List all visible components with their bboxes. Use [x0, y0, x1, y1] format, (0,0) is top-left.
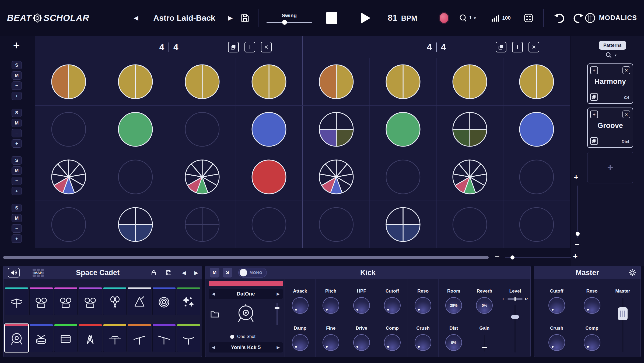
prev-kit-button[interactable]: ◀ — [179, 268, 189, 277]
beat-circle[interactable] — [251, 207, 287, 243]
row-add-subdivision-button[interactable]: + — [12, 139, 22, 148]
cutoff-knob[interactable] — [384, 297, 401, 314]
room-knob[interactable]: 28% — [445, 297, 462, 314]
sample-level-bar[interactable] — [209, 281, 283, 286]
row-mute-button[interactable]: M — [12, 166, 22, 175]
bpm-display[interactable]: 81 BPM — [388, 13, 417, 23]
reso-knob[interactable] — [415, 297, 431, 314]
beat-cell[interactable] — [370, 153, 436, 201]
bank-name[interactable]: DatOne — [237, 291, 255, 297]
beat-cell[interactable] — [370, 201, 436, 248]
measure-add-button[interactable] — [512, 42, 523, 52]
beat-circle[interactable] — [318, 111, 354, 147]
attack-knob[interactable] — [292, 297, 309, 314]
fader-thumb[interactable] — [275, 307, 279, 309]
undo-button[interactable] — [553, 13, 565, 23]
beat-cell[interactable] — [35, 153, 102, 201]
beat-cell[interactable] — [169, 58, 236, 105]
beat-circle[interactable] — [51, 64, 87, 100]
beat-circle[interactable] — [385, 159, 421, 195]
next-bank-button[interactable]: ▶ — [276, 291, 280, 296]
beat-cell[interactable] — [303, 153, 370, 201]
beat-circle[interactable] — [184, 159, 220, 195]
row-remove-subdivision-button[interactable]: − — [12, 224, 22, 233]
balance-thumb[interactable] — [514, 297, 516, 301]
swing-slider-thumb[interactable] — [282, 20, 287, 25]
settings-gear-button[interactable] — [628, 268, 637, 278]
crush-knob[interactable] — [548, 334, 565, 351]
row-add-subdivision-button[interactable]: + — [12, 234, 22, 243]
row-remove-subdivision-button[interactable]: − — [12, 129, 22, 137]
beat-cell[interactable] — [102, 106, 169, 153]
chevron-down-icon[interactable]: ▾ — [615, 53, 617, 57]
beat-circle[interactable] — [385, 111, 421, 147]
beat-circle[interactable] — [51, 111, 87, 147]
swing-slider[interactable] — [267, 22, 312, 23]
prev-bank-button[interactable]: ◀ — [212, 291, 215, 296]
pattern-search-control[interactable]: ▾ — [605, 52, 617, 59]
prev-song-button[interactable]: ◀ — [134, 15, 138, 22]
row-solo-button[interactable]: S — [12, 204, 22, 212]
gain-fader[interactable] — [479, 335, 490, 351]
drive-knob[interactable] — [353, 334, 370, 351]
preview-speaker-button[interactable] — [8, 268, 20, 277]
prev-sample-button[interactable]: ◀ — [212, 345, 215, 350]
beat-cell[interactable] — [35, 106, 102, 153]
one-shot-option[interactable]: One Shot — [230, 333, 283, 340]
beat-circle[interactable] — [51, 207, 87, 243]
time-signature[interactable]: 4 4 — [159, 42, 178, 52]
beat-cell[interactable] — [503, 58, 570, 105]
horizontal-zoom-thumb[interactable] — [510, 255, 514, 259]
measure-delete-button[interactable] — [261, 42, 272, 52]
fader-thumb[interactable] — [511, 315, 519, 319]
randomize-dice-button[interactable] — [524, 13, 533, 23]
drum-pad[interactable] — [128, 287, 151, 315]
beat-circle[interactable] — [452, 111, 488, 147]
drum-pad[interactable] — [103, 287, 127, 315]
search-icon[interactable] — [605, 52, 612, 59]
beat-circle[interactable] — [519, 207, 555, 243]
beat-cell[interactable] — [437, 58, 503, 105]
crush-knob[interactable] — [415, 334, 431, 351]
beat-cell[interactable] — [169, 106, 236, 153]
beat-cell[interactable] — [370, 106, 436, 153]
add-row-button[interactable]: + — [11, 40, 22, 51]
master-volume-control[interactable]: 100 — [491, 14, 511, 22]
beat-cell[interactable] — [169, 153, 236, 201]
reso-knob[interactable] — [584, 297, 600, 314]
pattern-delete-button[interactable]: × — [622, 111, 630, 118]
row-solo-button[interactable]: S — [12, 61, 22, 69]
fader-thumb[interactable] — [482, 347, 487, 348]
patterns-title[interactable]: Patterns — [599, 41, 626, 50]
beat-circle[interactable] — [251, 64, 287, 100]
beat-circle[interactable] — [117, 111, 153, 147]
hpf-knob[interactable] — [353, 297, 370, 314]
beat-cell[interactable] — [303, 201, 370, 248]
pattern-card-groove[interactable]: + × Groove Db4 — [587, 108, 633, 148]
beat-circle[interactable] — [318, 207, 354, 243]
beat-cell[interactable] — [236, 106, 303, 153]
save-button[interactable] — [240, 13, 250, 23]
beat-cell[interactable] — [503, 106, 570, 153]
damp-knob[interactable] — [292, 334, 309, 351]
level-fader[interactable] — [507, 304, 523, 357]
fine-knob[interactable] — [323, 334, 339, 351]
beat-cell[interactable] — [236, 58, 303, 105]
cutoff-knob[interactable] — [548, 297, 565, 314]
beat-cell[interactable] — [437, 201, 503, 248]
horizontal-zoom-in-button[interactable]: + — [573, 252, 578, 260]
reverb-knob[interactable]: 0% — [476, 297, 493, 314]
beat-cell[interactable] — [437, 106, 503, 153]
drum-pad[interactable] — [152, 324, 176, 352]
vertical-zoom-out-button[interactable]: − — [575, 240, 580, 248]
pattern-card-harmony[interactable]: + × Harmony C4 — [587, 63, 633, 104]
map-button[interactable]: MAP — [32, 268, 45, 278]
pitch-knob[interactable] — [323, 297, 339, 314]
drum-pad[interactable] — [5, 287, 28, 315]
beat-circle[interactable] — [251, 111, 287, 147]
beat-cell[interactable] — [236, 153, 303, 201]
row-mute-button[interactable]: M — [12, 71, 22, 80]
pattern-copy-button[interactable] — [590, 137, 598, 145]
beat-circle[interactable] — [184, 111, 220, 147]
beat-cell[interactable] — [102, 201, 169, 248]
